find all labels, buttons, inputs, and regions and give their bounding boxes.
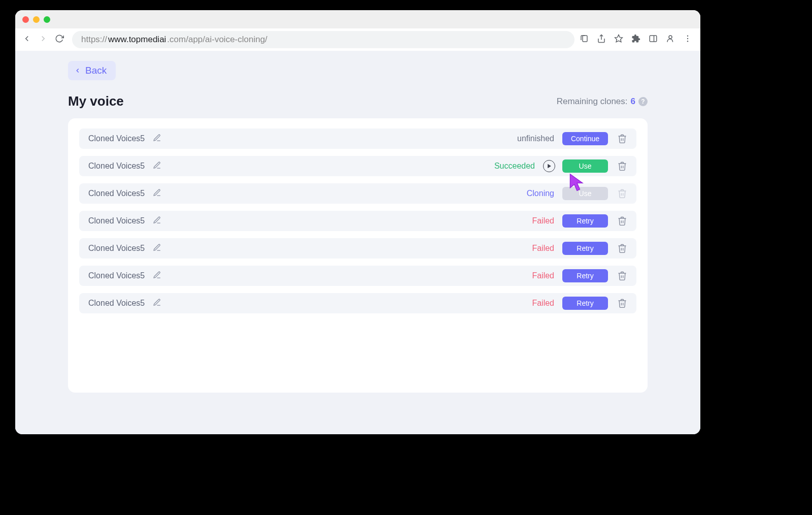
remaining-clones: Remaining clones: 6 ? <box>557 96 648 107</box>
edit-icon[interactable] <box>153 298 161 309</box>
url-path: .com/app/ai-voice-cloning/ <box>167 35 267 45</box>
voice-row: Cloned Voices5FailedRetry <box>79 238 636 259</box>
status-failed: Failed <box>532 299 554 308</box>
trash-icon[interactable] <box>617 161 627 171</box>
window-titlebar <box>15 10 700 28</box>
panel-icon[interactable] <box>649 34 658 45</box>
maximize-window-button[interactable] <box>44 16 50 23</box>
use-button: Use <box>562 187 608 200</box>
url-host: www.topmediai <box>108 35 166 45</box>
window-controls <box>22 16 50 23</box>
edit-icon[interactable] <box>153 188 161 199</box>
voice-name: Cloned Voices5 <box>88 271 145 280</box>
trash-icon[interactable] <box>617 271 627 281</box>
remaining-label: Remaining clones: <box>557 96 628 107</box>
voice-row: Cloned Voices5FailedRetry <box>79 211 636 231</box>
remaining-count: 6 <box>631 96 635 107</box>
browser-toolbar: https:// www.topmediai .com/app/ai-voice… <box>15 28 700 51</box>
close-window-button[interactable] <box>22 16 29 23</box>
nav-forward-icon[interactable] <box>39 34 48 45</box>
svg-rect-3 <box>650 36 657 42</box>
edit-icon[interactable] <box>153 271 161 281</box>
voice-row: Cloned Voices5CloningUse <box>79 183 636 204</box>
edit-icon[interactable] <box>153 216 161 227</box>
edit-icon[interactable] <box>153 243 161 254</box>
clipboard-icon[interactable] <box>580 34 589 45</box>
voice-name: Cloned Voices5 <box>88 299 145 308</box>
voice-name: Cloned Voices5 <box>88 216 145 226</box>
star-icon[interactable] <box>614 34 623 45</box>
status-unfinished: unfinished <box>517 134 554 143</box>
voice-name: Cloned Voices5 <box>88 162 145 171</box>
minimize-window-button[interactable] <box>33 16 40 23</box>
url-scheme: https:// <box>81 35 107 45</box>
svg-point-6 <box>687 36 688 37</box>
svg-marker-2 <box>615 35 623 42</box>
kebab-menu-icon[interactable] <box>683 34 692 45</box>
share-icon[interactable] <box>597 34 606 45</box>
voice-row: Cloned Voices5SucceededUse <box>79 156 636 176</box>
retry-button[interactable]: Retry <box>562 297 608 310</box>
trash-icon[interactable] <box>617 134 627 144</box>
retry-button[interactable]: Retry <box>562 242 608 255</box>
trash-icon <box>617 188 627 199</box>
address-bar[interactable]: https:// www.topmediai .com/app/ai-voice… <box>72 31 574 48</box>
back-label: Back <box>85 65 107 76</box>
reload-icon[interactable] <box>55 34 64 45</box>
page-title: My voice <box>68 93 124 109</box>
status-failed: Failed <box>532 244 554 253</box>
browser-window: https:// www.topmediai .com/app/ai-voice… <box>15 10 700 434</box>
extensions-icon[interactable] <box>631 34 640 45</box>
continue-button[interactable]: Continue <box>562 132 608 145</box>
back-button[interactable]: Back <box>68 61 116 80</box>
voice-name: Cloned Voices5 <box>88 189 145 198</box>
voice-row: Cloned Voices5FailedRetry <box>79 293 636 313</box>
voices-card: Cloned Voices5unfinishedContinueCloned V… <box>68 118 648 393</box>
trash-icon[interactable] <box>617 216 627 226</box>
svg-point-7 <box>687 38 688 39</box>
svg-point-8 <box>687 41 688 42</box>
use-button[interactable]: Use <box>562 159 608 173</box>
voice-name: Cloned Voices5 <box>88 244 145 253</box>
status-failed: Failed <box>532 271 554 280</box>
retry-button[interactable]: Retry <box>562 269 608 282</box>
status-failed: Failed <box>532 216 554 226</box>
page-content: Back My voice Remaining clones: 6 ? Clon… <box>15 51 700 434</box>
voice-name: Cloned Voices5 <box>88 134 145 143</box>
status-succeeded: Succeeded <box>494 162 535 171</box>
nav-back-icon[interactable] <box>22 34 31 45</box>
voice-row: Cloned Voices5FailedRetry <box>79 266 636 286</box>
trash-icon[interactable] <box>617 243 627 253</box>
svg-point-5 <box>669 36 672 39</box>
play-button[interactable] <box>543 160 555 172</box>
svg-rect-0 <box>583 36 587 42</box>
profile-icon[interactable] <box>666 34 675 45</box>
edit-icon[interactable] <box>153 161 161 172</box>
edit-icon[interactable] <box>153 134 161 144</box>
voice-row: Cloned Voices5unfinishedContinue <box>79 128 636 149</box>
help-icon[interactable]: ? <box>638 97 648 106</box>
retry-button[interactable]: Retry <box>562 214 608 228</box>
status-cloning: Cloning <box>527 189 554 198</box>
trash-icon[interactable] <box>617 298 627 308</box>
